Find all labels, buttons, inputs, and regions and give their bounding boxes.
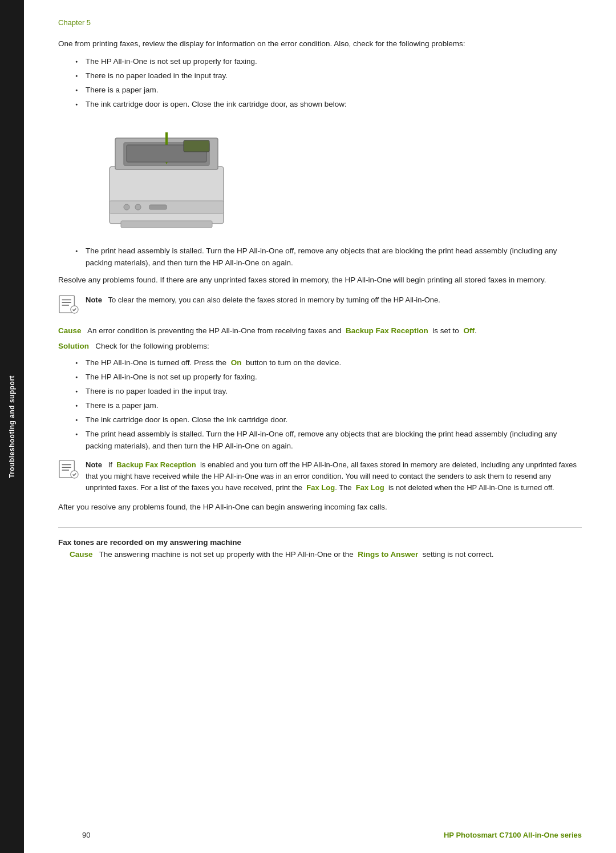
note-box-2: Note If Backup Fax Reception is enabled …: [58, 459, 582, 494]
note-icon-svg-2: [58, 459, 79, 480]
note-text-1: Note To clear the memory, you can also d…: [86, 294, 440, 306]
note2-faxlog2: Fax Log: [356, 483, 384, 492]
bullet-list-2: The HP All-in-One is turned off. Press t…: [75, 357, 582, 452]
cause2-green1: Backup Fax Reception: [346, 326, 428, 335]
list-item: There is no paper loaded in the input tr…: [75, 386, 582, 398]
solution2-block: Solution Check for the following problem…: [58, 342, 582, 350]
cause2-block: Cause An error condition is preventing t…: [58, 326, 582, 335]
list-item: The HP All-in-One is not set up properly…: [75, 371, 582, 383]
svg-rect-0: [110, 167, 224, 224]
sidebar: Troubleshooting and support: [0, 0, 24, 853]
svg-rect-7: [121, 221, 212, 228]
on-rest: button to turn on the device.: [246, 358, 341, 367]
main-content: Chapter 5 One from printing faxes, revie…: [24, 0, 616, 853]
list-item: The print head assembly is stalled. Turn…: [75, 428, 582, 452]
solution2-text: Check for the following problems:: [95, 342, 209, 350]
svg-rect-9: [184, 140, 209, 152]
printer-image: [92, 121, 241, 235]
cause3-label: Cause: [70, 550, 93, 559]
list-item: The ink cartridge door is open. Close th…: [75, 99, 582, 111]
note-box-1: Note To clear the memory, you can also d…: [58, 294, 582, 315]
list-item: The HP All-in-One is not set up properly…: [75, 56, 582, 68]
cause2-text2: is set to: [432, 326, 459, 335]
on-label: On: [231, 358, 242, 367]
footer-product: HP Photosmart C7100 All-in-One series: [444, 831, 582, 839]
list-item: There is no paper loaded in the input tr…: [75, 70, 582, 82]
cause2-label: Cause: [58, 326, 82, 335]
note-content-1: To clear the memory, you can also delete…: [108, 296, 440, 304]
resolve-paragraph: Resolve any problems found. If there are…: [58, 274, 582, 286]
section-heading: Fax tones are recorded on my answering m…: [58, 538, 582, 547]
chapter-label: Chapter 5: [58, 18, 91, 27]
printer-illustration: [92, 121, 241, 235]
cause3-text2: setting is not correct.: [423, 550, 494, 559]
bullet-list-printhead: The print head assembly is stalled. Turn…: [75, 245, 582, 269]
cause2-text: An error condition is preventing the HP …: [87, 326, 341, 335]
svg-rect-6: [149, 205, 167, 209]
chapter-header: Chapter 5: [58, 18, 582, 27]
sidebar-label: Troubleshooting and support: [8, 375, 16, 478]
note-label-1: Note: [86, 296, 102, 304]
footer: 90 HP Photosmart C7100 All-in-One series: [48, 831, 616, 839]
cause3-text: The answering machine is not set up prop…: [99, 550, 354, 559]
svg-point-4: [124, 204, 129, 210]
note-text-2: Note If Backup Fax Reception is enabled …: [86, 459, 582, 494]
bullet-list-1: The HP All-in-One is not set up properly…: [75, 56, 582, 111]
note2-text4: is not deleted when the HP All-in-One is…: [388, 483, 554, 492]
cause2-end: .: [475, 326, 477, 335]
solution2-label: Solution: [58, 342, 89, 350]
list-item: The HP All-in-One is turned off. Press t…: [75, 357, 582, 369]
note-icon-2: [58, 459, 79, 480]
note2-faxlog1: Fax Log: [306, 483, 335, 492]
cause2-green2: Off: [463, 326, 475, 335]
note-icon-1: [58, 294, 79, 315]
list-item: The ink cartridge door is open. Close th…: [75, 414, 582, 426]
cause3-block: Cause The answering machine is not set u…: [58, 550, 582, 559]
footer-page: 90: [82, 831, 90, 839]
note-label-2: Note: [86, 460, 102, 469]
note2-green: Backup Fax Reception: [116, 460, 196, 469]
list-item: There is a paper jam.: [75, 84, 582, 96]
section-divider: [58, 527, 582, 528]
cause3-green1: Rings to Answer: [358, 550, 418, 559]
page-wrapper: Troubleshooting and support Chapter 5 On…: [0, 0, 616, 853]
svg-point-5: [135, 204, 141, 210]
note2-text3: . The: [335, 483, 351, 492]
list-item-printhead: The print head assembly is stalled. Turn…: [75, 245, 582, 269]
list-item: There is a paper jam.: [75, 400, 582, 412]
after-resolve-paragraph: After you resolve any problems found, th…: [58, 502, 582, 514]
intro-paragraph: One from printing faxes, review the disp…: [58, 38, 582, 50]
note2-text1: If: [108, 460, 112, 469]
note-icon-svg: [58, 294, 79, 316]
